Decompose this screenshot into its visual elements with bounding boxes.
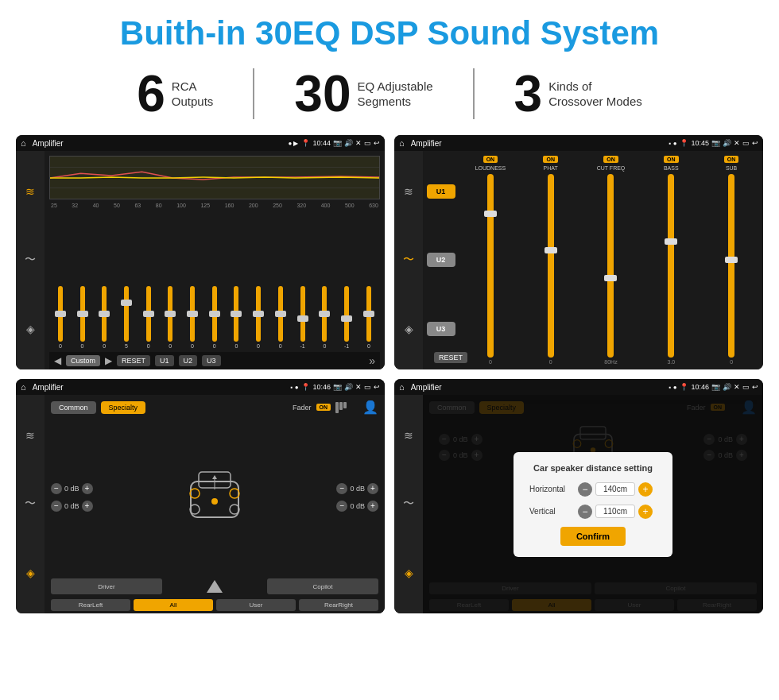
window-icon-3: ▭ [364, 383, 371, 391]
back-icon-1[interactable]: ↩ [374, 139, 380, 147]
stat-crossover-number: 3 [514, 68, 543, 119]
camera-icon-4: 📷 [711, 383, 720, 391]
screen4-time: 10:46 [691, 383, 709, 391]
back-icon-2[interactable]: ↩ [752, 139, 758, 147]
confirm-button[interactable]: Confirm [560, 527, 626, 546]
stat-rca-number: 6 [137, 68, 165, 119]
screen4-status-icons: 📍 10:46 📷 🔊 ✕ ▭ ↩ [680, 383, 758, 391]
all-btn[interactable]: All [134, 599, 213, 611]
wave-icon-3[interactable]: 〜 [25, 497, 36, 511]
minus-btn-4[interactable]: − [336, 501, 347, 512]
expand-icon[interactable]: » [369, 354, 375, 367]
minus-btn-1[interactable]: − [51, 483, 62, 494]
u3-btn-1[interactable]: U3 [202, 355, 221, 366]
u2-btn-1[interactable]: U2 [179, 355, 198, 366]
next-arrow[interactable]: ▶ [105, 355, 112, 366]
eq-icon-2[interactable]: ≋ [404, 185, 413, 198]
vertical-label: Vertical [529, 507, 573, 516]
eq-icon-3[interactable]: ≋ [25, 429, 35, 442]
plus-btn-3[interactable]: + [367, 483, 378, 494]
u3-select[interactable]: U3 [427, 322, 455, 336]
close-icon-1: ✕ [355, 139, 362, 147]
eq-slider-6[interactable]: 0 [168, 286, 172, 349]
vertical-plus[interactable]: + [638, 505, 653, 519]
bass-on[interactable]: ON [664, 156, 679, 163]
speaker-icon-1[interactable]: ◈ [26, 323, 35, 335]
phat-on[interactable]: ON [543, 156, 558, 163]
cutfreq-on[interactable]: ON [603, 156, 618, 163]
eq-slider-1[interactable]: 0 [58, 286, 63, 349]
wave-icon-4[interactable]: 〜 [403, 497, 414, 511]
u2-select[interactable]: U2 [427, 253, 455, 267]
eq-filter-icon[interactable]: ≋ [25, 185, 35, 198]
fader-row: Fader ON [286, 400, 353, 415]
u1-btn-1[interactable]: U1 [155, 355, 174, 366]
eq-slider-12[interactable]: -1 [300, 286, 304, 349]
eq-bottom-bar: ◀ Custom ▶ RESET U1 U2 U3 » [49, 352, 380, 369]
cutfreq-slider[interactable] [607, 174, 614, 358]
home-icon-2[interactable]: ⌂ [399, 138, 405, 148]
db-control-3: − 0 dB + [336, 483, 378, 494]
speaker-icon-2[interactable]: ◈ [405, 323, 413, 335]
screen2-dots: ▪ ● [669, 140, 677, 147]
sp-diagram [119, 466, 310, 529]
rearright-btn[interactable]: RearRight [299, 599, 378, 611]
bass-label: BASS [664, 165, 679, 171]
home-icon-3[interactable]: ⌂ [21, 382, 26, 392]
prev-arrow[interactable]: ◀ [54, 355, 61, 366]
back-icon-4[interactable]: ↩ [752, 383, 758, 391]
phat-slider[interactable] [548, 174, 554, 358]
specialty-tab[interactable]: Specialty [101, 401, 146, 414]
eq-slider-9[interactable]: 0 [234, 286, 238, 349]
copilot-btn[interactable]: Copilot [267, 578, 378, 594]
eq-slider-14[interactable]: -1 [344, 286, 349, 349]
plus-btn-1[interactable]: + [82, 483, 93, 494]
window-icon-1: ▭ [364, 139, 371, 147]
eq-slider-8[interactable]: 0 [212, 286, 217, 349]
wave-icon-2[interactable]: 〜 [403, 253, 414, 267]
eq-slider-3[interactable]: 0 [102, 286, 107, 349]
vertical-minus[interactable]: − [578, 505, 592, 519]
home-icon-4[interactable]: ⌂ [399, 382, 405, 392]
loudness-slider[interactable] [487, 174, 494, 358]
u1-select[interactable]: U1 [427, 184, 455, 199]
eq-graph-svg [50, 157, 379, 199]
common-tab[interactable]: Common [51, 401, 96, 414]
plus-btn-4[interactable]: + [367, 501, 378, 512]
home-icon-1[interactable]: ⌂ [21, 138, 26, 148]
dialog-overlay: Car speaker distance setting Horizontal … [423, 395, 763, 613]
sp-controls: − 0 dB + − 0 dB + [45, 418, 385, 576]
eq-slider-2[interactable]: 0 [80, 286, 85, 349]
eq-freq-labels: 253240 506380 100125160 200250320 400500… [49, 203, 380, 208]
close-icon-4: ✕ [734, 383, 740, 391]
loudness-on[interactable]: ON [483, 156, 498, 163]
eq-icon-4[interactable]: ≋ [404, 429, 413, 442]
eq-slider-13[interactable]: 0 [322, 286, 327, 349]
driver-btn[interactable]: Driver [51, 578, 162, 594]
eq-slider-11[interactable]: 0 [278, 286, 283, 349]
eq-slider-4[interactable]: 5 [124, 286, 129, 349]
sub-slider[interactable] [728, 174, 734, 358]
custom-btn[interactable]: Custom [66, 355, 100, 366]
speaker-icon-4[interactable]: ◈ [405, 567, 413, 579]
bass-slider[interactable] [668, 174, 674, 358]
eq-slider-5[interactable]: 0 [146, 286, 151, 349]
sub-on[interactable]: ON [724, 156, 739, 163]
user-btn[interactable]: User [216, 599, 296, 611]
minus-btn-3[interactable]: − [336, 483, 347, 494]
plus-btn-2[interactable]: + [82, 501, 93, 512]
reset-btn-1[interactable]: RESET [117, 355, 150, 366]
back-icon-3[interactable]: ↩ [374, 383, 380, 391]
fader-on-toggle[interactable]: ON [316, 404, 331, 411]
rearleft-btn[interactable]: RearLeft [51, 599, 130, 611]
minus-btn-2[interactable]: − [51, 501, 62, 512]
reset-btn-2[interactable]: RESET [434, 352, 467, 363]
horizontal-plus[interactable]: + [638, 482, 653, 497]
wave-icon-1[interactable]: 〜 [25, 253, 36, 267]
eq-slider-7[interactable]: 0 [190, 286, 195, 349]
eq-slider-10[interactable]: 0 [256, 286, 261, 349]
horizontal-minus[interactable]: − [578, 482, 592, 497]
speaker-icon-3[interactable]: ◈ [26, 567, 35, 579]
eq-slider-15[interactable]: 0 [366, 286, 371, 349]
up-arrow-icon [203, 578, 227, 594]
